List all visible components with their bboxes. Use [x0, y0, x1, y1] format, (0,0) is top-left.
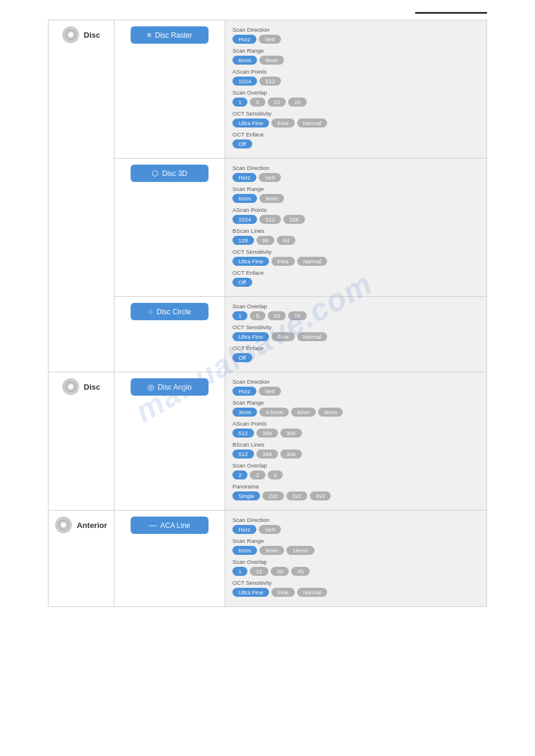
option-btn-2x2[interactable]: 2x2 — [262, 491, 283, 500]
option-btn-off[interactable]: Off — [232, 353, 252, 362]
option-btn-vert[interactable]: Vert — [259, 387, 281, 396]
option-btn-vert[interactable]: Vert — [259, 173, 281, 182]
option-btn-4x3[interactable]: 4x3 — [310, 491, 331, 500]
setting-label: Scan Range — [232, 47, 479, 54]
btn-label-aca-line: ACA Line — [160, 521, 190, 530]
option-btn-10[interactable]: 10 — [268, 98, 286, 107]
option-btn-off[interactable]: Off — [232, 278, 252, 287]
option-btn-512[interactable]: 512 — [259, 77, 281, 86]
option-btn-512[interactable]: 512 — [259, 215, 281, 224]
option-btn-64[interactable]: 64 — [277, 236, 295, 245]
option-btn-384[interactable]: 384 — [256, 429, 278, 438]
setting-ascan-points: AScan Points1024512 — [232, 68, 479, 86]
option-btn-1024[interactable]: 1024 — [232, 77, 257, 86]
option-btn-4[interactable]: 4 — [268, 470, 283, 479]
setting-label: BScan Lines — [232, 441, 479, 448]
section-label-anterior-section: Anterior — [49, 511, 114, 607]
setting-label: Panorama — [232, 483, 479, 490]
options-row: HorzVert — [232, 387, 479, 396]
top-bar — [48, 12, 487, 14]
option-btn-1[interactable]: 1 — [232, 311, 247, 320]
option-btn-normal[interactable]: Normal — [297, 332, 328, 341]
setting-oct-enface: OCT EnfaceOff — [232, 269, 479, 287]
setting-label: OCT Enface — [232, 269, 479, 276]
options-row: 1289664 — [232, 236, 479, 245]
btn-label-disc-angio: Disc Angio — [158, 383, 192, 391]
option-btn-5[interactable]: 5 — [250, 98, 265, 107]
options-row: Ultra FineFineNormal — [232, 257, 479, 266]
option-btn-384[interactable]: 384 — [256, 450, 278, 459]
options-row: 1024512256 — [232, 215, 479, 224]
option-btn-horz[interactable]: Horz — [232, 35, 256, 44]
option-btn-15[interactable]: 15 — [288, 311, 307, 320]
option-btn-16mm[interactable]: 16mm — [286, 546, 314, 555]
option-btn-96[interactable]: 96 — [256, 236, 275, 245]
option-btn-15[interactable]: 15 — [250, 567, 268, 576]
option-btn-fine[interactable]: Fine — [271, 332, 294, 341]
option-btn-vert[interactable]: Vert — [259, 35, 281, 44]
setting-label: Scan Direction — [232, 517, 479, 523]
options-row: Ultra FineFineNormal — [232, 332, 479, 341]
option-btn-9mm[interactable]: 9mm — [318, 408, 343, 417]
scan-btn-disc-circle[interactable]: ○ Disc Circle — [131, 303, 208, 320]
option-btn-6mm[interactable]: 6mm — [291, 408, 316, 417]
setting-label: Scan Range — [232, 538, 479, 544]
option-btn-normal[interactable]: Normal — [297, 119, 328, 127]
scan-btn-disc-3d[interactable]: ⬡ Disc 3D — [131, 165, 208, 182]
option-btn-horz[interactable]: Horz — [232, 525, 256, 534]
option-btn-256[interactable]: 256 — [283, 215, 305, 224]
option-btn-ultra-fine[interactable]: Ultra Fine — [232, 257, 269, 266]
option-btn-4.5mm[interactable]: 4.5mm — [259, 408, 289, 417]
setting-scan-range: Scan Range6mm9mm — [232, 186, 479, 203]
option-btn-2[interactable]: 2 — [232, 470, 247, 479]
option-btn-off[interactable]: Off — [232, 139, 252, 148]
option-btn-6mm[interactable]: 6mm — [232, 56, 257, 65]
option-btn-fine[interactable]: Fine — [271, 588, 294, 597]
scan-btn-disc-angio[interactable]: ◎ Disc Angio — [131, 378, 208, 396]
option-btn-ultra-fine[interactable]: Ultra Fine — [232, 332, 269, 341]
option-btn-fine[interactable]: Fine — [271, 119, 294, 127]
options-row: 512384304 — [232, 429, 479, 438]
setting-scan-direction: Scan DirectionHorzVert — [232, 378, 479, 396]
option-btn-6mm[interactable]: 6mm — [232, 546, 257, 555]
options-row: Off — [232, 278, 479, 287]
option-btn-fine[interactable]: Fine — [271, 257, 294, 266]
option-btn-ultra-fine[interactable]: Ultra Fine — [232, 119, 269, 127]
option-btn-vert[interactable]: Vert — [259, 525, 281, 534]
scan-btn-aca-line[interactable]: — ACA Line — [131, 517, 208, 534]
option-btn-horz[interactable]: Horz — [232, 173, 256, 182]
setting-label: AScan Points — [232, 68, 479, 75]
option-btn-512[interactable]: 512 — [232, 450, 254, 459]
option-btn-3mm[interactable]: 3mm — [232, 408, 257, 417]
option-btn-45[interactable]: 45 — [291, 567, 310, 576]
option-btn-9mm[interactable]: 9mm — [259, 194, 284, 203]
option-btn-512[interactable]: 512 — [232, 429, 254, 438]
option-btn-horz[interactable]: Horz — [232, 387, 256, 396]
option-btn-15[interactable]: 15 — [288, 98, 307, 107]
option-btn-30[interactable]: 30 — [271, 567, 289, 576]
option-btn-1[interactable]: 1 — [232, 567, 247, 576]
settings-cell-disc-angio: Scan DirectionHorzVertScan Range3mm4.5mm… — [225, 372, 487, 511]
btn-icon-disc-circle: ○ — [148, 307, 153, 316]
option-btn-9mm[interactable]: 9mm — [259, 56, 284, 65]
scan-btn-disc-raster[interactable]: ≡ Disc Raster — [131, 26, 208, 44]
option-btn-single[interactable]: Single — [232, 491, 260, 500]
option-btn-3[interactable]: 3 — [250, 470, 265, 479]
option-btn-304[interactable]: 304 — [280, 429, 302, 438]
top-line — [415, 12, 487, 14]
option-btn-3x2[interactable]: 3x2 — [286, 491, 307, 500]
option-btn-304[interactable]: 304 — [280, 450, 302, 459]
option-btn-9mm[interactable]: 9mm — [259, 546, 284, 555]
option-btn-normal[interactable]: Normal — [297, 257, 328, 266]
option-btn-10[interactable]: 10 — [268, 311, 286, 320]
setting-ascan-points: AScan Points1024512256 — [232, 207, 479, 224]
option-btn-1024[interactable]: 1024 — [232, 215, 257, 224]
option-btn-128[interactable]: 128 — [232, 236, 254, 245]
option-btn-ultra-fine[interactable]: Ultra Fine — [232, 588, 269, 597]
btn-icon-disc-3d: ⬡ — [152, 169, 158, 178]
option-btn-6mm[interactable]: 6mm — [232, 194, 257, 203]
option-btn-1[interactable]: 1 — [232, 98, 247, 107]
scan-cell-disc-raster: ≡ Disc Raster — [114, 20, 225, 159]
option-btn-normal[interactable]: Normal — [297, 588, 328, 597]
option-btn-5[interactable]: 5 — [250, 311, 265, 320]
